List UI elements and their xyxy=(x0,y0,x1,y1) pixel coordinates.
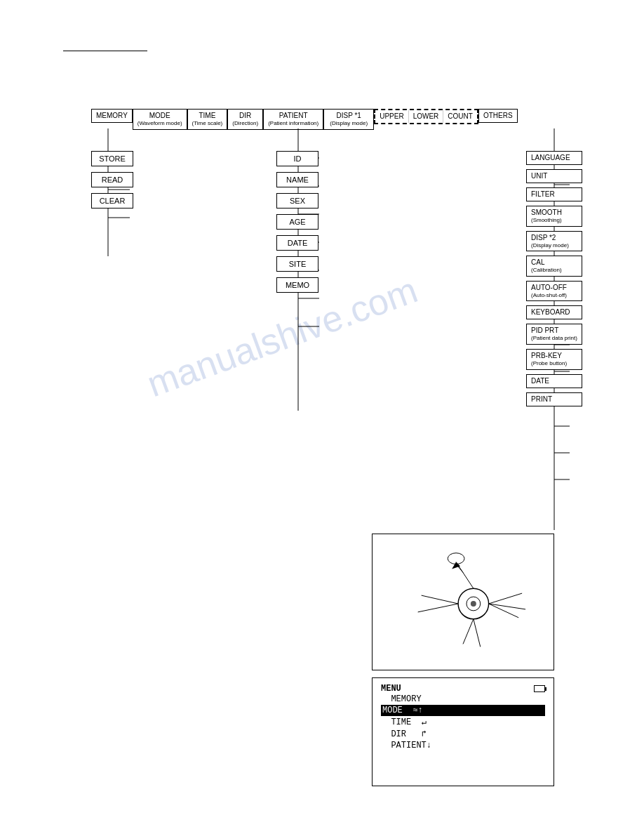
memory-store-button[interactable]: STORE xyxy=(91,151,133,166)
others-autooff-button[interactable]: AUTO-OFF (Auto-shut-off) xyxy=(526,281,582,302)
menu-item-mode[interactable]: MODE (Waveform mode) xyxy=(133,109,187,130)
menu-item-time[interactable]: TIME (Time scale) xyxy=(187,109,228,130)
menu-item-upper[interactable]: UPPER xyxy=(375,110,408,123)
menu-item-others[interactable]: OTHERS xyxy=(478,109,518,123)
patient-memo-button[interactable]: MEMO xyxy=(276,277,318,293)
top-menu-bar: MEMORY MODE (Waveform mode) TIME (Time s… xyxy=(91,109,582,130)
menu-item-dir[interactable]: DIR (Direction) xyxy=(227,109,263,130)
svg-line-42 xyxy=(456,564,463,573)
menu-screen-patient: PATIENT↓ xyxy=(381,740,545,751)
others-date-button[interactable]: DATE xyxy=(526,374,582,388)
menu-screen-time: TIME ↵ xyxy=(381,716,545,728)
menu-item-memory[interactable]: MEMORY xyxy=(91,109,133,123)
menu-item-disp1[interactable]: DISP *1 (Display mode) xyxy=(323,109,374,130)
menu-screen-box: MENU MEMORY MODE ≈↑ TIME ↵ DIR ↱ PATIENT… xyxy=(372,677,554,786)
circular-diagram xyxy=(373,534,554,670)
svg-line-34 xyxy=(489,593,523,604)
others-unit-button[interactable]: UNIT xyxy=(526,169,582,183)
menu-diagram: MEMORY MODE (Waveform mode) TIME (Time s… xyxy=(91,109,582,130)
patient-site-button[interactable]: SITE xyxy=(276,256,318,272)
menu-screen-dir: DIR ↱ xyxy=(381,728,545,740)
menu-item-count[interactable]: COUNT xyxy=(443,110,477,123)
others-disp2-button[interactable]: DISP *2 (Display mode) xyxy=(526,231,582,252)
svg-line-40 xyxy=(474,619,481,647)
menu-screen-title: MENU xyxy=(381,684,545,694)
others-print-button[interactable]: PRINT xyxy=(526,392,582,406)
others-smooth-button[interactable]: SMOOTH (Smoothing) xyxy=(526,206,582,227)
patient-sub-menu: ID NAME SEX AGE DATE SITE MEMO xyxy=(276,151,318,293)
patient-age-button[interactable]: AGE xyxy=(276,214,318,230)
others-language-button[interactable]: LANGUAGE xyxy=(526,151,582,165)
dashed-group: UPPER LOWER COUNT xyxy=(374,109,478,124)
menu-screen-memory: MEMORY xyxy=(381,694,545,705)
circular-diagram-box xyxy=(372,534,554,670)
patient-id-button[interactable]: ID xyxy=(276,151,318,166)
svg-line-39 xyxy=(463,619,474,644)
memory-read-button[interactable]: READ xyxy=(91,172,133,187)
patient-sex-button[interactable]: SEX xyxy=(276,193,318,208)
memory-sub-menu: STORE READ CLEAR xyxy=(91,151,133,208)
menu-item-patient[interactable]: PATIENT (Patient information) xyxy=(263,109,323,130)
svg-point-31 xyxy=(471,601,476,607)
others-pidprt-button[interactable]: PID PRT (Patient data print) xyxy=(526,324,582,345)
menu-screen-mode: MODE ≈↑ xyxy=(381,705,545,716)
others-prbkey-button[interactable]: PRB-KEY (Probe button) xyxy=(526,349,582,370)
others-sub-menu: LANGUAGE UNIT FILTER SMOOTH (Smoothing) … xyxy=(526,151,582,406)
svg-line-38 xyxy=(418,604,458,612)
memory-clear-button[interactable]: CLEAR xyxy=(91,193,133,208)
top-line xyxy=(63,51,147,51)
patient-date-button[interactable]: DATE xyxy=(276,235,318,251)
battery-icon xyxy=(534,685,545,692)
svg-line-37 xyxy=(422,595,458,604)
others-cal-button[interactable]: CAL (Calibration) xyxy=(526,256,582,277)
others-filter-button[interactable]: FILTER xyxy=(526,187,582,201)
patient-name-button[interactable]: NAME xyxy=(276,172,318,187)
menu-item-lower[interactable]: LOWER xyxy=(409,110,444,123)
others-keyboard-button[interactable]: KEYBOARD xyxy=(526,305,582,319)
